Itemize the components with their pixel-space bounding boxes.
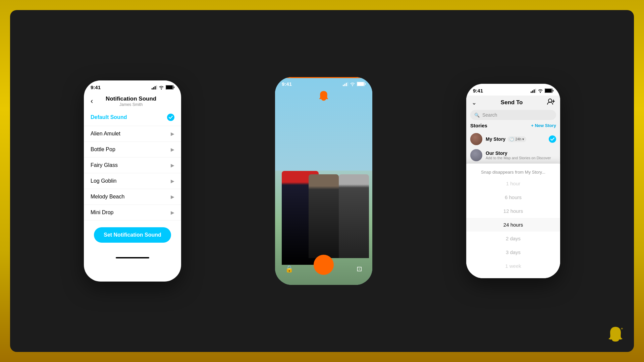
status-icons-phone1	[152, 85, 174, 89]
duration-clock-icon: 🕐	[509, 137, 514, 141]
play-icon[interactable]: ▶	[171, 131, 174, 136]
phone-notification-sound: 9:41	[84, 80, 181, 282]
lock-icon[interactable]: 🔒	[285, 265, 293, 273]
sound-label-log-goblin: Log Goblin	[91, 178, 116, 184]
sound-item-fairy-glass[interactable]: Fairy Glass ▶	[84, 158, 181, 173]
dropdown-option-1hour[interactable]: 1 hour	[466, 177, 560, 190]
play-icon[interactable]: ▶	[171, 194, 174, 199]
camera-photo: 🔒 ⊡	[275, 77, 372, 285]
snapchat-logo-corner: +	[607, 325, 624, 345]
sound-right-default	[167, 114, 174, 121]
sound-label-alien-amulet: Alien Amulet	[91, 131, 120, 137]
set-notification-sound-button[interactable]: Set Notification Sound	[94, 227, 171, 243]
battery-icon-white	[357, 82, 366, 86]
dropdown-option-12hours[interactable]: 12 hours	[466, 204, 560, 218]
status-time-phone1: 9:41	[91, 84, 101, 90]
play-icon[interactable]: ▶	[171, 178, 174, 184]
svg-rect-14	[531, 92, 532, 93]
app-background: 9:41	[10, 10, 634, 352]
svg-rect-2	[155, 86, 156, 89]
my-story-checkmark	[549, 135, 556, 143]
svg-rect-9	[346, 83, 347, 86]
expand-icon[interactable]: ⊡	[357, 265, 362, 273]
sound-label-fairy-glass: Fairy Glass	[91, 162, 118, 168]
status-icons-phone3	[531, 88, 553, 93]
avatar-image	[470, 133, 482, 145]
svg-rect-19	[545, 89, 552, 93]
screen-title: Notification Sound	[94, 96, 168, 102]
check-icon	[169, 116, 173, 119]
status-time-phone2: 9:41	[282, 81, 292, 87]
status-icons-phone2	[343, 82, 366, 86]
stories-label: Stories	[470, 123, 487, 128]
svg-rect-8	[344, 84, 345, 86]
our-story-avatar	[470, 149, 482, 161]
my-story-row[interactable]: My Story 🕐 24h ▾	[470, 131, 556, 147]
my-story-name: My Story	[486, 136, 505, 142]
sound-item-default[interactable]: Default Sound	[84, 109, 181, 126]
play-icon[interactable]: ▶	[171, 163, 174, 168]
sound-item-bottle-pop[interactable]: Bottle Pop ▶	[84, 142, 181, 158]
svg-text:+: +	[621, 326, 623, 330]
send-to-content: ⌄ Send To 🔍 Search	[466, 96, 560, 278]
add-friends-button[interactable]	[547, 98, 555, 107]
signal-icon-white	[343, 82, 348, 86]
our-story-row[interactable]: Our Story Add to the Map and Stories on …	[470, 147, 556, 163]
stories-section: Stories + New Story My Story 🕐 24h	[466, 123, 560, 165]
our-story-icon	[470, 149, 482, 161]
dropdown-option-2days[interactable]: 2 days	[466, 232, 560, 245]
wifi-icon	[159, 85, 164, 89]
checkmark-icon	[167, 114, 174, 121]
notification-header: ‹ Notification Sound James Smith	[84, 92, 181, 109]
send-to-header: ⌄ Send To	[466, 96, 560, 109]
svg-rect-6	[174, 86, 174, 88]
duration-badge[interactable]: 🕐 24h ▾	[507, 136, 526, 142]
record-button[interactable]	[314, 255, 334, 275]
phone-send-to: 9:41	[466, 84, 560, 278]
status-time-phone3: 9:41	[473, 88, 483, 94]
sound-label-default: Default Sound	[91, 114, 127, 120]
sound-item-melody-beach[interactable]: Melody Beach ▶	[84, 189, 181, 205]
dropdown-option-24hours[interactable]: 24 hours	[466, 218, 560, 232]
svg-rect-15	[532, 90, 533, 93]
dropdown-option-3days[interactable]: 3 days	[466, 245, 560, 259]
search-bar[interactable]: 🔍 Search	[470, 110, 556, 120]
signal-icon-p3	[531, 89, 536, 93]
sound-item-alien-amulet[interactable]: Alien Amulet ▶	[84, 126, 181, 142]
send-to-title: Send To	[501, 99, 523, 106]
person3-silhouette	[339, 174, 369, 258]
title-block: Notification Sound James Smith	[94, 96, 168, 107]
svg-rect-3	[156, 85, 157, 89]
svg-rect-16	[534, 89, 535, 93]
sound-label-bottle-pop: Bottle Pop	[91, 146, 115, 153]
search-icon: 🔍	[474, 113, 480, 118]
person2-silhouette	[309, 174, 339, 258]
new-story-button[interactable]: + New Story	[531, 123, 556, 128]
dropdown-option-1week[interactable]: 1 week	[466, 259, 560, 273]
svg-rect-7	[343, 85, 344, 86]
photo-content	[275, 77, 372, 285]
home-bar	[116, 257, 149, 258]
our-story-desc: Add to the Map and Stories on Discover	[486, 156, 551, 160]
phone1-footer: Set Notification Sound	[84, 221, 181, 253]
play-icon[interactable]: ▶	[171, 210, 174, 215]
svg-rect-10	[347, 82, 348, 86]
sound-list: Default Sound Alien Amulet ▶	[84, 109, 181, 221]
wifi-icon-white	[350, 82, 355, 86]
phone-camera: 9:41	[275, 77, 372, 285]
wifi-icon-p3	[538, 89, 543, 93]
sound-item-log-goblin[interactable]: Log Goblin ▶	[84, 173, 181, 189]
back-button[interactable]: ‹	[89, 96, 94, 107]
svg-rect-1	[153, 87, 154, 89]
screen-subtitle: James Smith	[94, 102, 168, 107]
dropdown-title: Snap disappears from My Story...	[466, 166, 560, 177]
svg-rect-17	[535, 89, 536, 93]
chevron-down-icon[interactable]: ⌄	[472, 99, 477, 106]
sound-item-mini-drop[interactable]: Mini Drop ▶	[84, 205, 181, 221]
svg-rect-20	[553, 90, 553, 92]
my-story-avatar	[470, 133, 482, 145]
home-indicator-phone1	[84, 253, 181, 263]
dropdown-option-6hours[interactable]: 6 hours	[466, 190, 560, 204]
add-friends-icon	[547, 98, 555, 105]
play-icon[interactable]: ▶	[171, 147, 174, 152]
